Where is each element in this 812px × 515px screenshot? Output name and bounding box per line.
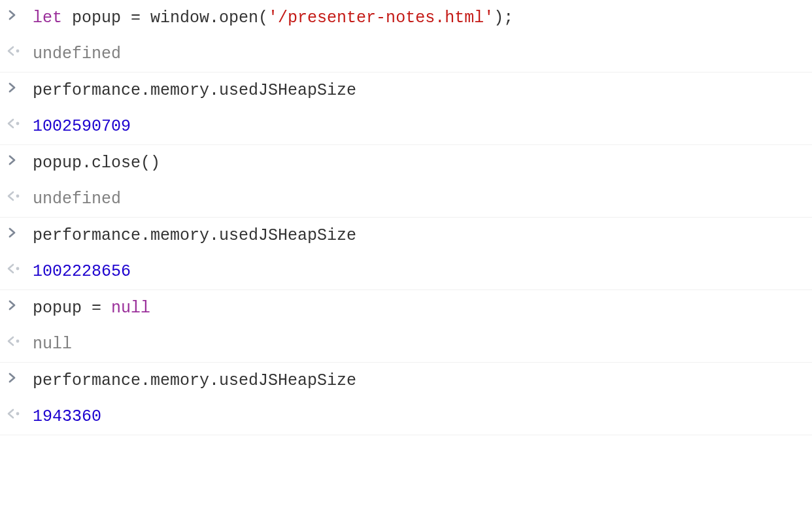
input-prompt-icon	[7, 224, 33, 239]
console-output-row: 1002228656	[0, 254, 812, 290]
console-output-row: null	[0, 326, 812, 363]
code-token: undefined	[33, 190, 121, 208]
console-input-row: let popup = window.open('/presenter-note…	[0, 0, 812, 36]
console-output-text: undefined	[33, 188, 807, 210]
console-output-text: 1943360	[33, 405, 807, 428]
console-output-row: undefined	[0, 36, 812, 73]
code-token: '/presenter-notes.html'	[268, 8, 494, 27]
svg-point-2	[16, 195, 20, 198]
input-prompt-icon	[7, 297, 33, 312]
console-output-row: undefined	[0, 181, 812, 218]
code-token: 1943360	[33, 407, 101, 426]
code-token: 1002590709	[33, 117, 131, 136]
code-token: );	[494, 8, 513, 27]
code-token: = window.open(	[131, 8, 268, 27]
svg-point-1	[16, 122, 20, 125]
code-token: undefined	[33, 44, 121, 63]
code-token: let	[33, 8, 62, 27]
input-prompt-icon	[7, 369, 33, 384]
console-output-text: undefined	[33, 42, 807, 65]
console-output-row: 1002590709	[0, 108, 812, 145]
input-prompt-icon	[7, 152, 33, 167]
code-token: null	[111, 299, 150, 318]
output-result-icon	[7, 42, 33, 58]
console-input-row: popup.close()	[0, 145, 812, 181]
console-output-text: null	[33, 333, 807, 356]
console-output-text: 1002228656	[33, 260, 807, 283]
console-input-row: performance.memory.usedJSHeapSize	[0, 363, 812, 399]
console-input-text[interactable]: performance.memory.usedJSHeapSize	[33, 224, 807, 247]
output-result-icon	[7, 188, 33, 203]
console-input-text[interactable]: popup.close()	[33, 152, 807, 174]
console-input-row: performance.memory.usedJSHeapSize	[0, 218, 812, 254]
console-input-text[interactable]: popup = null	[33, 297, 807, 320]
console-input-row: popup = null	[0, 290, 812, 326]
console-input-text[interactable]: performance.memory.usedJSHeapSize	[33, 79, 807, 102]
code-token: popup	[62, 8, 131, 27]
code-token: performance.memory.usedJSHeapSize	[33, 371, 356, 390]
code-token: popup =	[33, 299, 111, 318]
output-result-icon	[7, 333, 33, 348]
output-result-icon	[7, 115, 33, 130]
svg-point-5	[16, 412, 20, 416]
console-output-row: 1943360	[0, 399, 812, 435]
console-output-text: 1002590709	[33, 115, 807, 138]
input-prompt-icon	[7, 7, 33, 22]
code-token: 1002228656	[33, 262, 131, 281]
code-token: performance.memory.usedJSHeapSize	[33, 81, 356, 100]
console-input-text[interactable]: let popup = window.open('/presenter-note…	[33, 7, 807, 29]
input-prompt-icon	[7, 79, 33, 94]
code-token: popup.close()	[33, 154, 160, 173]
output-result-icon	[7, 260, 33, 275]
output-result-icon	[7, 405, 33, 420]
svg-point-0	[16, 50, 20, 53]
code-token: null	[33, 335, 72, 354]
svg-point-3	[16, 267, 20, 271]
console-input-row: performance.memory.usedJSHeapSize	[0, 73, 812, 108]
console-log: let popup = window.open('/presenter-note…	[0, 0, 812, 435]
console-input-text[interactable]: performance.memory.usedJSHeapSize	[33, 369, 807, 392]
code-token: performance.memory.usedJSHeapSize	[33, 226, 356, 245]
svg-point-4	[16, 340, 20, 343]
